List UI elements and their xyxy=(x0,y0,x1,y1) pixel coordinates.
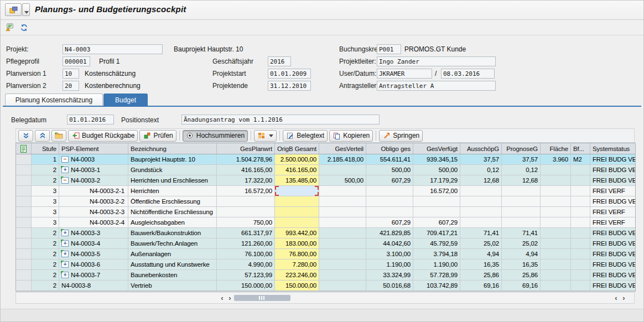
cell-gesverteil[interactable] xyxy=(319,228,366,238)
cell-gesverfuegt[interactable]: 16.572,00 xyxy=(413,186,460,196)
cell-gesverteil[interactable] xyxy=(319,249,366,259)
pruefen-button[interactable]: Prüfen xyxy=(139,130,176,142)
cell-origb[interactable]: 2.500.000,00 xyxy=(275,154,319,165)
row-select-cell[interactable] xyxy=(16,228,32,238)
cell-bf[interactable]: M2 xyxy=(571,154,590,165)
cell-psp[interactable]: +N4-0003-4 xyxy=(59,238,128,249)
col-header-gesplanwrt[interactable]: GesPlanwrt xyxy=(217,143,275,154)
cell-origb[interactable] xyxy=(275,196,319,207)
cell-bezeichnung[interactable]: Bauwerk/Techn.Anlagen xyxy=(128,238,217,249)
cell-status[interactable]: FREI BUDG VERF xyxy=(590,228,635,238)
cell-flaeche[interactable] xyxy=(541,175,571,186)
cell-bezeichnung[interactable]: Grundstück xyxy=(128,165,217,175)
scrollbar-thumb[interactable] xyxy=(234,295,290,301)
tab-planung-kostenschaetzung[interactable]: Planung Kostenschätzung xyxy=(5,94,103,106)
cell-psp[interactable]: +N4-0003-1 xyxy=(59,165,128,175)
cell-gesverfuegt[interactable]: 709.417,21 xyxy=(413,228,460,238)
belegtext-button[interactable]: Belegtext xyxy=(283,130,328,142)
cell-gesverfuegt[interactable]: 45.792,59 xyxy=(413,238,460,249)
row-select-cell[interactable] xyxy=(16,259,32,270)
collapse-all-button[interactable] xyxy=(18,130,33,142)
cell-status[interactable]: FREI VERF xyxy=(590,186,635,196)
cell-prognoseg[interactable]: 4,94 xyxy=(502,249,541,259)
scroll-right-end-button[interactable]: › xyxy=(620,293,627,303)
row-select-cell[interactable] xyxy=(16,154,32,165)
cell-gesverteil[interactable]: 500,00 xyxy=(319,175,366,186)
cell-bf[interactable] xyxy=(571,165,590,175)
col-header-gesverteil[interactable]: GesVerteil xyxy=(319,143,366,154)
cell-stufe[interactable]: 2 xyxy=(32,228,59,238)
cell-gesverteil[interactable]: 2.185.418,00 xyxy=(319,154,366,165)
cell-gesverfuegt[interactable]: 939.345,15 xyxy=(413,154,460,165)
row-select-cell[interactable] xyxy=(16,196,32,207)
positionstext-field[interactable]: Änadungsantrag vom 1.1.2016 xyxy=(181,115,380,124)
cell-stufe[interactable]: 3 xyxy=(32,196,59,207)
cell-obligo[interactable] xyxy=(366,186,413,196)
hochsummieren-button[interactable]: Hochsummieren xyxy=(183,130,248,142)
cell-obligo[interactable] xyxy=(366,207,413,217)
cell-bezeichnung[interactable]: Vertrieb xyxy=(128,281,217,291)
cell-prognoseg[interactable]: 37,57 xyxy=(502,154,541,165)
cell-prognoseg[interactable]: 25,86 xyxy=(502,270,541,281)
cell-stufe[interactable]: 3 xyxy=(32,186,59,196)
cell-flaeche[interactable] xyxy=(541,270,571,281)
cell-origb[interactable]: 993.442,00 xyxy=(275,228,319,238)
cell-status[interactable]: FREI BUDG VERF xyxy=(590,259,635,270)
cell-prognoseg[interactable] xyxy=(502,207,541,217)
cell-origb[interactable] xyxy=(275,186,319,196)
cell-prognoseg[interactable]: 71,41 xyxy=(502,228,541,238)
cell-obligo[interactable]: 421.829,85 xyxy=(366,228,413,238)
cell-bf[interactable] xyxy=(571,196,590,207)
cell-prognoseg[interactable] xyxy=(502,196,541,207)
row-select-cell[interactable] xyxy=(16,238,32,249)
cell-origb[interactable]: 416.165,00 xyxy=(275,165,319,175)
cell-prognoseg[interactable]: 69,16 xyxy=(502,281,541,291)
cell-origb[interactable]: 135.485,00 xyxy=(275,175,319,186)
cell-gesverteil[interactable] xyxy=(319,259,366,270)
cell-psp[interactable]: N4-0003-2-3 xyxy=(59,207,128,217)
cell-psp[interactable]: N4-0003-2-2 xyxy=(59,196,128,207)
log-button[interactable] xyxy=(3,22,15,33)
col-header-origb[interactable]: OrigB Gesamt xyxy=(275,143,319,154)
cell-psp[interactable]: +N4-0003-3 xyxy=(59,228,128,238)
cell-flaeche[interactable] xyxy=(541,186,571,196)
cell-gesverteil[interactable] xyxy=(319,281,366,291)
cell-gesplanwrt[interactable]: 57.123,99 xyxy=(217,270,275,281)
cell-origb[interactable]: 183.000,00 xyxy=(275,238,319,249)
cell-bezeichnung[interactable]: Außenanlagen xyxy=(128,249,217,259)
cell-status[interactable]: FREI VERF xyxy=(590,217,635,228)
cell-obligo[interactable]: 3.100,00 xyxy=(366,249,413,259)
cell-gesverteil[interactable] xyxy=(319,270,366,281)
cell-gesplanwrt[interactable] xyxy=(217,196,275,207)
cell-obligo[interactable]: 607,29 xyxy=(366,217,413,228)
cell-gesplanwrt[interactable] xyxy=(217,207,275,217)
cell-gesplanwrt[interactable]: 17.322,00 xyxy=(217,175,275,186)
cell-obligo[interactable]: 50.016,68 xyxy=(366,281,413,291)
cell-ausschoepg[interactable] xyxy=(460,186,502,196)
col-header-obligo[interactable]: Obligo ges xyxy=(366,143,413,154)
cell-bezeichnung[interactable]: Bauprojekt Hauptstr. 10 xyxy=(128,154,217,165)
cell-status[interactable]: FREI BUDG VERF xyxy=(590,165,635,175)
cell-prognoseg[interactable]: 0,12 xyxy=(502,165,541,175)
cell-bf[interactable] xyxy=(571,270,590,281)
cell-gesplanwrt[interactable]: 1.504.278,96 xyxy=(217,154,275,165)
expand-all-button[interactable] xyxy=(35,130,50,142)
col-header-bezeichnung[interactable]: Bezeichnung xyxy=(128,143,217,154)
scroll-left-end-button[interactable]: ‹ xyxy=(612,293,620,303)
col-header-status[interactable]: Systemstatus xyxy=(590,143,635,154)
cell-stufe[interactable]: 2 xyxy=(32,270,59,281)
projekt-field[interactable]: N4-0003 xyxy=(63,44,163,54)
col-header-ausschoepg[interactable]: AusschöpG xyxy=(460,143,502,154)
cell-gesverteil[interactable] xyxy=(319,196,366,207)
col-header-psp[interactable]: PSP-Element xyxy=(59,143,128,154)
row-select-cell[interactable] xyxy=(16,165,32,175)
scroll-right-button[interactable]: › xyxy=(226,293,233,303)
cell-gesverfuegt[interactable] xyxy=(413,196,460,207)
cell-flaeche[interactable] xyxy=(541,165,571,175)
cell-psp[interactable]: +N4-0003-5 xyxy=(59,249,128,259)
cell-ausschoepg[interactable]: 4,94 xyxy=(460,249,502,259)
col-header-gesverfuegt[interactable]: GesVerfügt xyxy=(413,143,460,154)
cell-bezeichnung[interactable]: Ausgleichsabgaben xyxy=(128,217,217,228)
layout-button[interactable] xyxy=(254,130,277,142)
cell-gesplanwrt[interactable]: 121.260,00 xyxy=(217,238,275,249)
